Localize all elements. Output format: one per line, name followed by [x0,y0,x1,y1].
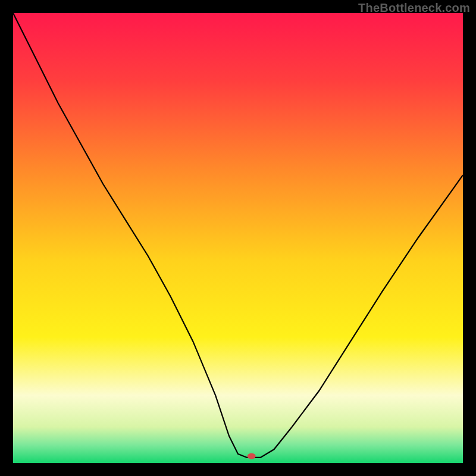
chart-svg [13,13,463,463]
plot-area [13,13,463,463]
watermark-text: TheBottleneck.com [358,1,470,15]
marker-dot [248,453,256,459]
gradient-background [13,13,463,463]
chart-frame: TheBottleneck.com [0,0,476,476]
